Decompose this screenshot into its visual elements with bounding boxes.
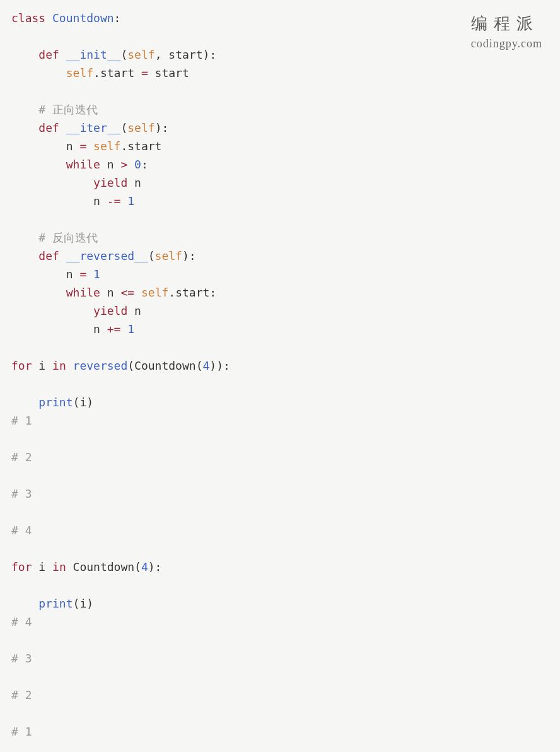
code-token: print bbox=[38, 396, 73, 409]
watermark-en: codingpy.com bbox=[471, 37, 542, 50]
code-token: n bbox=[11, 139, 79, 153]
code-token: ): bbox=[182, 249, 196, 262]
code-token: = bbox=[79, 139, 86, 153]
code-line: n = self.start bbox=[11, 137, 549, 155]
code-token: self bbox=[141, 286, 168, 299]
code-token: # 1 bbox=[11, 725, 32, 738]
code-token bbox=[11, 176, 93, 189]
code-token: n bbox=[11, 194, 107, 208]
code-token: 4 bbox=[141, 560, 148, 573]
code-token bbox=[11, 66, 66, 79]
code-token: self bbox=[127, 48, 155, 61]
code-token bbox=[86, 139, 93, 153]
code-token: .start bbox=[93, 66, 141, 79]
code-token: Countdown bbox=[52, 11, 114, 25]
code-token: in bbox=[52, 359, 73, 372]
code-line: print(i) bbox=[11, 594, 549, 613]
code-token: (Countdown( bbox=[127, 359, 202, 372]
code-token bbox=[127, 158, 134, 171]
code-line: # 4 bbox=[11, 521, 549, 539]
code-token: self bbox=[66, 66, 93, 79]
code-token: (i) bbox=[73, 597, 94, 610]
code-token: Countdown( bbox=[73, 560, 141, 573]
code-token: i bbox=[38, 359, 52, 372]
watermark: 编程派 codingpy.com bbox=[471, 13, 542, 50]
code-line bbox=[11, 704, 549, 722]
code-token: def bbox=[38, 249, 66, 262]
code-token: 1 bbox=[127, 194, 134, 208]
code-token: i bbox=[38, 560, 52, 573]
code-line bbox=[11, 667, 549, 686]
watermark-cn: 编程派 bbox=[471, 13, 542, 35]
code-token: 4 bbox=[202, 359, 209, 372]
code-line: n -= 1 bbox=[11, 192, 549, 210]
code-token: 1 bbox=[93, 267, 100, 281]
code-token: )): bbox=[209, 359, 230, 372]
code-line: yield n bbox=[11, 302, 549, 320]
code-token: __reversed__ bbox=[66, 249, 148, 262]
code-line bbox=[11, 503, 549, 521]
code-line: n += 1 bbox=[11, 320, 549, 338]
code-line bbox=[11, 375, 549, 393]
code-token bbox=[11, 158, 66, 171]
code-token: > bbox=[120, 158, 127, 171]
code-line bbox=[11, 466, 549, 485]
code-token: n bbox=[134, 176, 141, 189]
code-token bbox=[11, 597, 38, 610]
code-token bbox=[11, 103, 38, 116]
code-line: # 正向迭代 bbox=[11, 100, 549, 119]
code-line: # 4 bbox=[11, 613, 549, 631]
code-token: n bbox=[11, 322, 107, 336]
code-line: # 2 bbox=[11, 448, 549, 466]
code-token: ): bbox=[148, 560, 162, 573]
code-line: # 1 bbox=[11, 722, 549, 741]
code-token: : bbox=[141, 158, 148, 171]
code-token: 1 bbox=[127, 322, 134, 336]
code-token bbox=[11, 121, 38, 134]
code-token: n bbox=[107, 286, 121, 299]
code-token: # 正向迭代 bbox=[38, 103, 98, 116]
code-token bbox=[86, 267, 93, 281]
code-line: while n > 0: bbox=[11, 155, 549, 173]
code-line: def __init__(self, start): bbox=[11, 45, 549, 64]
code-token: += bbox=[107, 322, 121, 336]
code-line: for i in Countdown(4): bbox=[11, 558, 549, 576]
code-token: def bbox=[38, 48, 66, 61]
code-token bbox=[11, 304, 93, 317]
code-token: yield bbox=[93, 304, 134, 317]
code-token: : bbox=[114, 11, 121, 25]
code-line: self.start = start bbox=[11, 64, 549, 82]
code-token: __init__ bbox=[66, 48, 121, 61]
code-token: # 2 bbox=[11, 688, 32, 702]
code-token bbox=[134, 286, 141, 299]
code-token: n bbox=[134, 304, 141, 317]
code-token: start bbox=[148, 66, 189, 79]
code-line: while n <= self.start: bbox=[11, 283, 549, 302]
code-line: for i in reversed(Countdown(4)): bbox=[11, 356, 549, 375]
code-line: # 3 bbox=[11, 485, 549, 503]
code-block: class Countdown: def __init__(self, star… bbox=[0, 0, 560, 749]
code-token: = bbox=[79, 267, 86, 281]
code-token bbox=[11, 286, 66, 299]
code-token: # 1 bbox=[11, 414, 32, 427]
code-line: yield n bbox=[11, 173, 549, 192]
code-line: # 3 bbox=[11, 649, 549, 667]
code-token: ( bbox=[148, 249, 155, 262]
code-token: # 3 bbox=[11, 652, 32, 665]
code-token: # 反向迭代 bbox=[38, 231, 98, 244]
code-line bbox=[11, 576, 549, 594]
code-token: <= bbox=[120, 286, 134, 299]
code-line: # 2 bbox=[11, 686, 549, 704]
code-token: .start: bbox=[168, 286, 216, 299]
code-token: __iter__ bbox=[66, 121, 121, 134]
code-line: # 1 bbox=[11, 411, 549, 430]
code-token: for bbox=[11, 560, 38, 573]
code-token: .start bbox=[120, 139, 161, 153]
code-token: self bbox=[127, 121, 155, 134]
code-line bbox=[11, 27, 549, 45]
code-token: -= bbox=[107, 194, 121, 208]
code-token bbox=[120, 322, 127, 336]
code-token: ( bbox=[120, 121, 127, 134]
code-line bbox=[11, 210, 549, 228]
code-token: print bbox=[38, 597, 73, 610]
